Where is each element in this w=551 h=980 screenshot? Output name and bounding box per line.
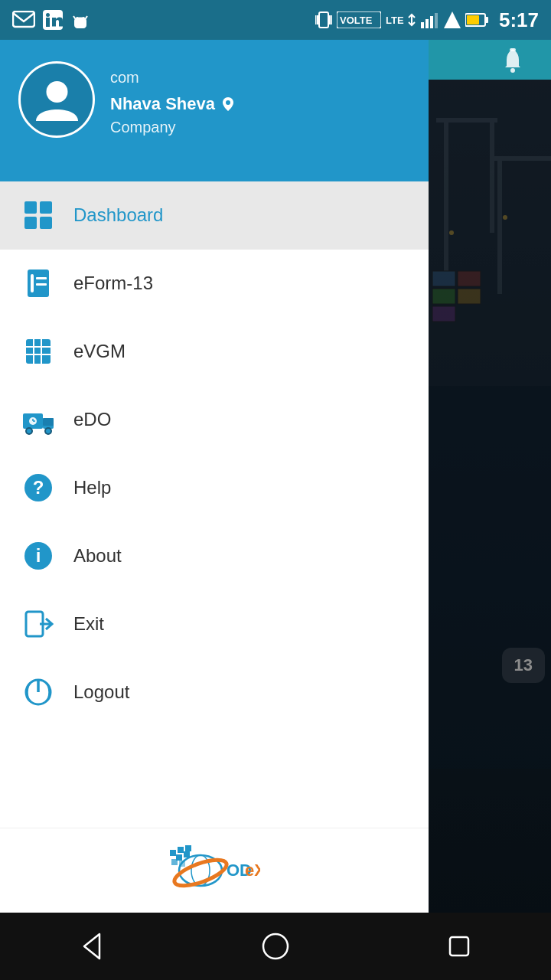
svg-rect-0 — [13, 11, 34, 27]
svg-rect-17 — [425, 19, 429, 28]
svg-rect-48 — [36, 277, 47, 279]
drawer-header: com Nhava Sheva Company — [0, 40, 429, 181]
sidebar-item-edo[interactable]: eDO — [0, 386, 429, 454]
sidebar-item-dashboard[interactable]: Dashboard — [0, 181, 429, 250]
notification-bell-button[interactable] — [493, 40, 533, 80]
help-label: Help — [73, 477, 111, 498]
bottom-navigation-bar — [0, 913, 551, 980]
navigation-drawer: com Nhava Sheva Company — [0, 40, 429, 913]
sidebar-item-about[interactable]: i About — [0, 522, 429, 590]
svg-rect-74 — [178, 847, 184, 853]
logout-icon — [21, 675, 55, 709]
recents-icon — [444, 931, 474, 962]
drawer-items-list: Dashboard eForm-13 — [0, 181, 429, 828]
location-pin-icon — [220, 96, 236, 113]
edo-icon — [21, 403, 55, 436]
svg-point-41 — [226, 100, 230, 105]
svg-rect-43 — [40, 201, 52, 214]
svg-text:LTE: LTE — [386, 15, 404, 26]
exit-icon — [21, 607, 55, 641]
svg-text:eX: eX — [245, 861, 260, 880]
home-icon — [260, 931, 291, 962]
android-icon — [70, 10, 90, 30]
sidebar-item-eform13[interactable]: eForm-13 — [0, 250, 429, 318]
svg-rect-87 — [450, 937, 468, 956]
volte-icon: VOLTE — [337, 11, 381, 28]
svg-point-24 — [510, 68, 515, 73]
svg-point-40 — [46, 81, 67, 103]
help-icon: ? — [21, 471, 55, 505]
svg-point-3 — [46, 13, 50, 17]
svg-rect-18 — [430, 16, 433, 28]
status-icons-left — [12, 10, 90, 30]
svg-marker-85 — [84, 934, 99, 959]
svg-rect-16 — [421, 22, 424, 28]
drawer-user-info: com Nhava Sheva Company — [110, 61, 236, 136]
svg-rect-44 — [24, 217, 37, 229]
svg-point-61 — [46, 429, 51, 433]
user-company: Company — [110, 119, 236, 136]
about-label: About — [73, 545, 122, 567]
signal-icon — [421, 11, 439, 28]
svg-rect-45 — [40, 217, 52, 229]
triangle-signal-icon — [444, 11, 461, 28]
svg-rect-49 — [36, 283, 47, 286]
bell-icon — [499, 46, 527, 74]
battery-icon — [465, 11, 488, 28]
svg-rect-47 — [31, 274, 34, 292]
odex-logo-svg: OD eX — [168, 844, 260, 897]
svg-point-86 — [263, 934, 288, 959]
svg-text:VOLTE: VOLTE — [340, 15, 373, 26]
sidebar-item-exit[interactable]: Exit — [0, 590, 429, 658]
svg-rect-73 — [170, 850, 176, 856]
status-bar: VOLTE LTE 5:17 — [0, 0, 551, 40]
sidebar-item-logout[interactable]: Logout — [0, 658, 429, 727]
status-time: 5:17 — [499, 8, 539, 32]
about-icon: i — [21, 539, 55, 573]
linkedin-icon — [43, 10, 63, 30]
dashboard-label: Dashboard — [73, 204, 163, 226]
svg-rect-8 — [319, 12, 328, 28]
home-button[interactable] — [245, 923, 306, 969]
evgm-label: eVGM — [73, 341, 126, 362]
eform13-label: eForm-13 — [73, 273, 153, 294]
evgm-icon — [21, 335, 55, 368]
recents-button[interactable] — [429, 923, 490, 969]
edo-label: eDO — [73, 409, 111, 430]
svg-rect-22 — [485, 17, 488, 23]
sidebar-item-help[interactable]: ? Help — [0, 454, 429, 522]
svg-rect-57 — [43, 418, 54, 426]
odex-logo: OD eX — [168, 844, 260, 897]
status-icons-right: VOLTE LTE 5:17 — [315, 8, 539, 32]
drawer-footer: OD eX — [0, 828, 429, 913]
svg-text:?: ? — [33, 477, 44, 498]
bg-overlay — [429, 80, 551, 913]
sidebar-item-evgm[interactable]: eVGM — [0, 318, 429, 386]
logout-label: Logout — [73, 681, 129, 703]
svg-rect-19 — [435, 13, 438, 28]
svg-rect-78 — [171, 859, 178, 865]
svg-rect-25 — [510, 48, 516, 51]
svg-rect-50 — [26, 339, 51, 364]
message-icon — [12, 11, 35, 29]
user-location: Nhava Sheva — [110, 94, 236, 114]
svg-rect-75 — [185, 845, 191, 851]
svg-text:i: i — [36, 545, 41, 566]
user-email: com — [110, 69, 236, 87]
exit-label: Exit — [73, 613, 104, 635]
dashboard-icon — [21, 198, 55, 232]
svg-marker-20 — [444, 11, 461, 28]
eform-icon — [21, 266, 55, 300]
svg-rect-23 — [467, 15, 479, 24]
back-button[interactable] — [61, 923, 122, 969]
user-avatar — [18, 61, 95, 138]
svg-rect-42 — [24, 201, 37, 214]
user-avatar-icon — [32, 75, 82, 125]
svg-point-59 — [27, 429, 31, 433]
back-icon — [77, 931, 107, 962]
lte-icon: LTE — [386, 11, 416, 28]
vibrate-icon — [315, 9, 332, 31]
svg-rect-2 — [46, 18, 50, 27]
